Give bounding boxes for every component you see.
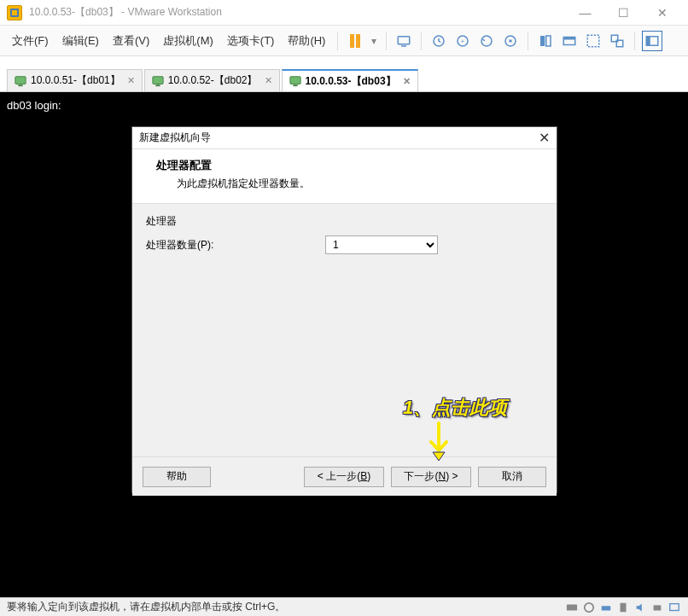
cancel-button[interactable]: 取消 bbox=[478, 467, 546, 487]
svg-rect-27 bbox=[654, 605, 662, 610]
network-icon[interactable] bbox=[599, 601, 613, 614]
processors-label: 处理器数量(P): bbox=[146, 238, 325, 253]
wizard-heading: 处理器配置 bbox=[156, 158, 539, 173]
close-button[interactable]: ✕ bbox=[643, 1, 681, 25]
svg-rect-7 bbox=[510, 39, 512, 42]
svg-rect-21 bbox=[289, 77, 300, 84]
section-label: 处理器 bbox=[146, 214, 543, 229]
unity-icon[interactable] bbox=[607, 31, 627, 51]
tab-db03[interactable]: 10.0.0.53-【db03】 ✕ bbox=[282, 69, 418, 91]
wizard-footer: 帮助 < 上一步(B) 下一步(N) > 取消 bbox=[132, 456, 557, 496]
printer-icon[interactable] bbox=[650, 601, 664, 614]
minimize-button[interactable]: — bbox=[566, 1, 604, 25]
vm-icon bbox=[289, 75, 301, 87]
sound-icon[interactable] bbox=[633, 601, 647, 614]
titlebar: 10.0.0.53-【db03】 - VMware Workstation — … bbox=[0, 0, 688, 26]
snapshot-manager-icon[interactable] bbox=[500, 31, 521, 51]
tab-close-icon[interactable]: ✕ bbox=[127, 75, 135, 86]
wizard-titlebar: 新建虚拟机向导 ✕ bbox=[132, 127, 557, 149]
usb-icon[interactable] bbox=[616, 601, 630, 614]
snapshot-take-icon[interactable]: + bbox=[452, 31, 473, 51]
menu-help[interactable]: 帮助(H) bbox=[281, 28, 332, 54]
svg-rect-9 bbox=[546, 36, 551, 46]
tab-close-icon[interactable]: ✕ bbox=[265, 75, 272, 86]
pause-button[interactable] bbox=[345, 31, 365, 51]
tab-label: 10.0.0.53-【db03】 bbox=[306, 74, 396, 89]
statusbar: 要将输入定向到该虚拟机，请在虚拟机内部单击或按 Ctrl+G。 bbox=[0, 597, 688, 616]
dropdown-icon[interactable]: ▾ bbox=[369, 31, 379, 51]
back-button[interactable]: < 上一步(B) bbox=[304, 467, 384, 487]
tabbar: 10.0.0.51-【db01】 ✕ 10.0.0.52-【db02】 ✕ 10… bbox=[0, 67, 688, 92]
harddisk-icon[interactable] bbox=[565, 601, 579, 614]
window-title: 10.0.0.53-【db03】 - VMware Workstation bbox=[29, 5, 222, 20]
svg-rect-26 bbox=[621, 602, 627, 612]
thumbnail-icon[interactable] bbox=[642, 31, 662, 51]
svg-rect-20 bbox=[155, 84, 160, 86]
new-vm-wizard: 新建虚拟机向导 ✕ 处理器配置 为此虚拟机指定处理器数量。 处理器 处理器数量(… bbox=[131, 126, 557, 493]
menu-view[interactable]: 查看(V) bbox=[106, 28, 156, 54]
app-icon bbox=[7, 5, 22, 20]
send-ctrlaltdel-icon[interactable] bbox=[394, 31, 414, 51]
terminal-line: db03 login: bbox=[7, 99, 681, 112]
help-button[interactable]: 帮助 bbox=[143, 467, 211, 487]
svg-rect-1 bbox=[401, 45, 406, 47]
svg-rect-22 bbox=[293, 84, 297, 86]
wizard-subheading: 为此虚拟机指定处理器数量。 bbox=[156, 173, 539, 191]
menu-file[interactable]: 文件(F) bbox=[5, 28, 55, 54]
snapshot-revert-icon[interactable] bbox=[476, 31, 497, 51]
svg-rect-25 bbox=[602, 606, 611, 610]
device-tray bbox=[565, 601, 681, 614]
wizard-title-text: 新建虚拟机向导 bbox=[139, 131, 211, 145]
tab-close-icon[interactable]: ✕ bbox=[403, 76, 411, 87]
tab-label: 10.0.0.52-【db02】 bbox=[168, 73, 258, 88]
status-text: 要将输入定向到该虚拟机，请在虚拟机内部单击或按 Ctrl+G。 bbox=[7, 600, 285, 614]
next-button[interactable]: 下一步(N) > bbox=[391, 467, 471, 487]
fit-guest-icon[interactable] bbox=[535, 31, 556, 51]
svg-text:+: + bbox=[461, 38, 465, 45]
svg-point-24 bbox=[585, 602, 594, 612]
tab-db01[interactable]: 10.0.0.51-【db01】 ✕ bbox=[7, 69, 143, 91]
svg-rect-17 bbox=[15, 76, 26, 84]
svg-rect-16 bbox=[647, 36, 651, 45]
menu-edit[interactable]: 编辑(E) bbox=[55, 28, 106, 54]
maximize-button[interactable]: ☐ bbox=[604, 1, 643, 25]
svg-rect-12 bbox=[588, 35, 600, 47]
fullscreen-icon[interactable] bbox=[583, 31, 603, 51]
menubar: 文件(F) 编辑(E) 查看(V) 虚拟机(M) 选项卡(T) 帮助(H) ▾ … bbox=[0, 26, 688, 56]
fit-window-icon[interactable] bbox=[559, 31, 580, 51]
svg-rect-11 bbox=[564, 37, 576, 39]
vm-icon bbox=[152, 75, 164, 87]
snapshot-icon[interactable] bbox=[429, 31, 449, 51]
menu-tabs[interactable]: 选项卡(T) bbox=[220, 28, 282, 54]
wizard-body: 处理器 处理器数量(P): 1 bbox=[132, 204, 557, 456]
menu-vm[interactable]: 虚拟机(M) bbox=[156, 28, 220, 54]
tab-db02[interactable]: 10.0.0.52-【db02】 ✕ bbox=[144, 69, 280, 91]
wizard-close-icon[interactable]: ✕ bbox=[539, 130, 550, 146]
svg-rect-18 bbox=[18, 84, 22, 86]
svg-rect-0 bbox=[399, 36, 411, 44]
svg-point-5 bbox=[481, 36, 492, 46]
display-icon[interactable] bbox=[668, 601, 681, 614]
processors-select[interactable]: 1 bbox=[325, 235, 438, 254]
svg-rect-8 bbox=[540, 36, 545, 46]
svg-rect-28 bbox=[670, 603, 679, 610]
tab-label: 10.0.0.51-【db01】 bbox=[31, 73, 120, 88]
cd-icon[interactable] bbox=[582, 601, 596, 614]
vm-icon bbox=[15, 75, 26, 87]
svg-rect-23 bbox=[567, 604, 577, 610]
svg-rect-19 bbox=[153, 76, 163, 84]
wizard-header: 处理器配置 为此虚拟机指定处理器数量。 bbox=[132, 149, 557, 204]
